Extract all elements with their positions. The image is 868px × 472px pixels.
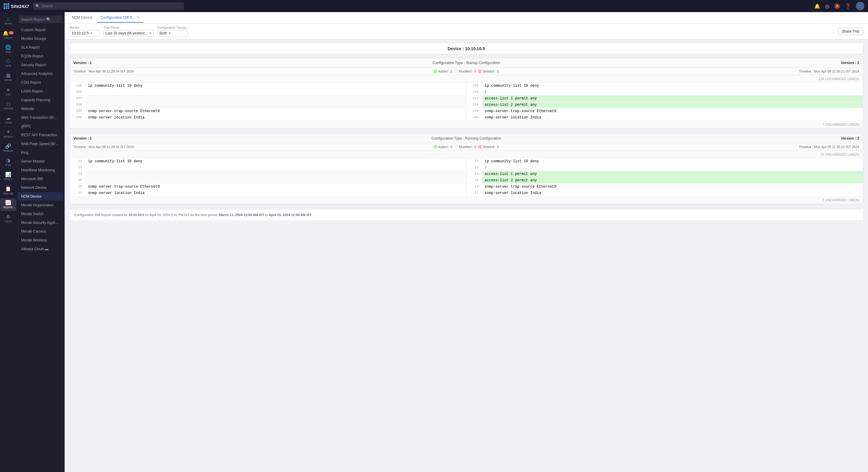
legend-deleted-running: Deleted : 0	[478, 145, 499, 149]
nav-meraki-org[interactable]: Meraki Organization	[18, 201, 63, 209]
diff-section-running: Version : 1 Configuration Type : Running…	[69, 134, 863, 204]
share-button[interactable]: Share This	[838, 28, 863, 35]
nav-alibaba-cloud[interactable]: Alibaba Cloud ▬	[18, 245, 63, 253]
table-row: 239 snmp-server trap-source Ethernet0 23…	[70, 108, 863, 115]
line-num: 238	[70, 102, 86, 108]
alarms-icon: 🔔29	[3, 31, 14, 36]
k8s-label: K8s	[6, 93, 10, 96]
time-period-select[interactable]: Last 30 days (till yesterd... ▼	[103, 30, 154, 36]
footer-prefix: Configuration Diff Report created for	[74, 213, 129, 217]
nav-monitor-groups[interactable]: Monitor Groups	[18, 34, 63, 43]
nav-grpc[interactable]: gRPC	[18, 122, 63, 130]
alert-bell-icon[interactable]: 🔕	[834, 3, 840, 9]
right-cell: !	[482, 89, 863, 95]
nav-ping[interactable]: Ping	[18, 148, 63, 157]
unchanged-top-running: 21 UNCHANGED LINE(S)	[70, 151, 863, 158]
config-type-select[interactable]: Both ▼	[157, 30, 188, 36]
tab-config-diff-close[interactable]: ✕	[137, 16, 140, 19]
nav-fqdn-report[interactable]: FQDN Report	[18, 52, 63, 60]
sidebar-icon-metrics[interactable]: 📊 Metrics	[0, 171, 16, 183]
sidebar-icon-home[interactable]: ⌂ Home	[0, 15, 16, 27]
topbar-actions: 🔔 ◎ 🔕 ❓ 👤	[814, 2, 864, 10]
sidebar-icon-alarms[interactable]: 🔔29 Alarms	[0, 29, 16, 41]
line-num: 25	[70, 177, 86, 184]
nav-capacity-planning[interactable]: Capacity Planning	[18, 96, 63, 104]
nav-website[interactable]: Website	[18, 105, 63, 113]
nav-meraki-switch[interactable]: Meraki Switch	[18, 210, 63, 218]
tab-config-diff[interactable]: Configuration Diff R... ✕	[97, 13, 144, 23]
nav-web-page-speed[interactable]: Web Page Speed (Browser)	[18, 140, 63, 148]
report-content: Device : 10.10.10.5 Version : 1 Configur…	[65, 39, 868, 472]
sidebar-icon-server[interactable]: ▦ Server	[0, 71, 16, 84]
line-num: 26	[70, 184, 86, 190]
line-num: 24	[466, 171, 482, 177]
nav-heartbeat[interactable]: Heartbeat Monitoring	[18, 166, 63, 174]
sidebar-icon-reports[interactable]: 📈 Reports	[0, 199, 16, 211]
nav-meraki-wireless[interactable]: Meraki Wireless	[18, 236, 63, 244]
nav-server-monitor[interactable]: Server Monitor	[18, 157, 63, 166]
right-cell: ip community-list 10 deny	[482, 158, 863, 165]
footer-device: 10.10.10.5	[129, 213, 144, 217]
sidebar-icon-admin[interactable]: ⚙ Admin	[0, 213, 16, 225]
nav-web-transaction[interactable]: Web Transaction (Browser)	[18, 113, 63, 122]
line-num: 22	[70, 158, 86, 165]
legend-deleted-dot	[478, 70, 482, 73]
timeline-left-startup: Timeline : Mon Apr 08 11:29:34 IST 2024	[73, 69, 134, 73]
diff-header-startup: Version : 1 Configuration Type : Startup…	[70, 58, 863, 68]
global-search[interactable]: 🔍	[33, 2, 184, 10]
nav-meraki-security[interactable]: Meraki Security Appliance	[18, 218, 63, 227]
nav-meraki-camera[interactable]: Meraki Camera	[18, 227, 63, 236]
sidebar-icon-network[interactable]: 🔗 Network	[0, 142, 16, 154]
search-input[interactable]	[33, 2, 184, 10]
target-icon[interactable]: ◎	[825, 3, 829, 9]
nav-network-device[interactable]: Network Device	[18, 183, 63, 192]
network-label: Network	[3, 149, 13, 153]
left-cell	[86, 177, 466, 184]
sidebar-icon-applogs[interactable]: 📋 AppLogs	[0, 185, 16, 197]
line-num: 239	[466, 108, 482, 115]
right-cell: snmp-server trap-source Ethernet0	[482, 184, 863, 190]
nav-cdn-report[interactable]: CDN Report	[18, 78, 63, 87]
legend-added-label-r: Added : 2	[438, 145, 452, 149]
alarms-label: Alarms	[4, 36, 12, 39]
search-report-box[interactable]: Search Report 🔍	[19, 16, 62, 23]
cloud-icon: ☁	[6, 116, 10, 121]
vmware-label: VMware	[3, 107, 13, 110]
config-type-value: Both	[159, 31, 167, 35]
sidebar-icon-nutanix[interactable]: ✦ Nutanix	[0, 128, 16, 140]
version-right-startup: Version : 2	[841, 61, 859, 65]
tab-ncm-device[interactable]: NCM Device	[68, 13, 96, 23]
sidebar-icon-vmware[interactable]: ◻ VMware	[0, 100, 16, 112]
right-cell-added: access-list 1 permit any	[482, 95, 863, 102]
timeline-left-running: Timeline : Mon Apr 08 11:29:34 IST 2024	[73, 145, 134, 149]
sidebar-icon-web[interactable]: 🌐 Web	[0, 43, 16, 56]
nav-security-report[interactable]: Security Report	[18, 61, 63, 69]
table-row: 27 snmp-server location India 27 snmp-se…	[70, 190, 863, 197]
table-row: 26 snmp-server trap-source Ethernet0 26 …	[70, 184, 863, 190]
time-period-value: Last 30 days (till yesterd...	[105, 31, 147, 35]
nav-custom-report[interactable]: Custom Report	[18, 26, 63, 34]
nav-rest-api[interactable]: REST API Transaction	[18, 131, 63, 139]
search-report-icon[interactable]: 🔍	[46, 17, 51, 22]
nav-ncm-device[interactable]: NCM Device	[18, 192, 63, 201]
sidebar-icon-cloud[interactable]: ☁ Cloud	[0, 114, 16, 126]
nav-advanced-analytics[interactable]: Advanced Analytics	[18, 69, 63, 78]
user-avatar[interactable]: 👤	[856, 2, 864, 10]
bell-icon[interactable]: 🔔	[814, 3, 820, 9]
help-icon[interactable]: ❓	[845, 3, 851, 9]
cloud-label: Cloud	[4, 121, 12, 124]
nav-lama-report[interactable]: LAMA Report	[18, 87, 63, 95]
nav-microsoft365[interactable]: Microsoft 365	[18, 175, 63, 183]
monitor-group: Monitor 10.10.10.5 ▼	[69, 26, 100, 36]
sidebar-icon-rum[interactable]: ◑ RUM	[0, 156, 16, 169]
sidebar-icon-apm[interactable]: ⬡ APM	[0, 57, 16, 69]
k8s-icon: ⎈	[7, 87, 10, 92]
sidebar-icon-k8s[interactable]: ⎈ K8s	[0, 86, 16, 98]
monitor-select[interactable]: 10.10.10.5 ▼	[69, 30, 100, 36]
line-num: 24	[70, 171, 86, 177]
unchanged-bottom-startup: 7 UNCHANGED LINE(S)	[70, 121, 863, 128]
nav-sla-report[interactable]: SLA Report	[18, 43, 63, 52]
diff-table-startup: 235 ip community-list 10 deny 235 ip com…	[70, 83, 863, 121]
config-type-group: Configuration Type(s) Both ▼	[157, 26, 188, 36]
app-logo[interactable]: Site24x7	[4, 3, 29, 9]
